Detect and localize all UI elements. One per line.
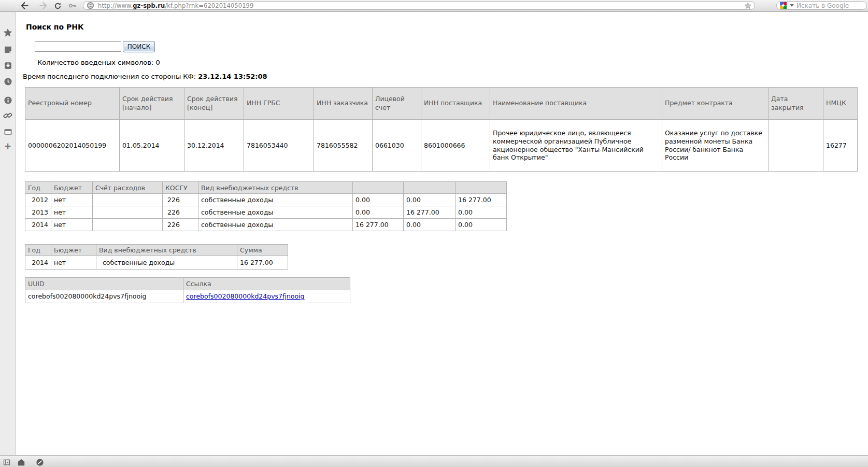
cell: 01.05.2014 — [120, 120, 184, 172]
search-button[interactable]: ПОИСК — [123, 41, 155, 52]
cell: 16 277.00 — [456, 194, 507, 206]
uuid-link[interactable]: corebofs002080000kd24pvs7fjnooig — [186, 292, 305, 300]
column-header: Срок действия [начало] — [120, 88, 184, 120]
column-header: Срок действия [конец] — [184, 88, 244, 120]
table-row: 2014нет226собственные доходы16 277.000.0… — [25, 219, 507, 231]
cell: 0.00 — [404, 219, 456, 231]
status-bar — [0, 455, 868, 467]
cell: нет — [51, 206, 93, 219]
browser-toolbar: http://www.gz-spb.ru/kf.php?rnk=62020140… — [0, 0, 868, 12]
info-icon — [4, 96, 12, 105]
key-button[interactable] — [67, 1, 78, 10]
status-circle-icon — [36, 458, 44, 466]
cell: 16277 — [823, 120, 858, 172]
column-header — [404, 182, 456, 194]
cell: corebofs002080000kd24pvs7fjnooig — [183, 290, 350, 303]
add-panel-button[interactable]: + — [3, 141, 12, 151]
cell: corebofs002080000kd24pvs7fjnooig — [25, 290, 183, 303]
column-header: Реестровый номер — [25, 88, 120, 120]
forward-button[interactable] — [38, 1, 48, 10]
column-header: Год — [25, 245, 51, 256]
column-header: Сумма — [237, 245, 288, 256]
panels-toggle-button[interactable] — [3, 458, 11, 466]
links-panel-button[interactable] — [3, 111, 12, 120]
cell: 7816053440 — [244, 120, 314, 172]
table-row: 000000620201405019901.05.201430.12.20147… — [25, 120, 858, 172]
column-header — [353, 182, 404, 194]
last-connection-value: 23.12.14 13:52:08 — [198, 73, 267, 80]
column-header: Вид внебюджетных средств — [198, 182, 353, 194]
cell: 0.00 — [353, 206, 404, 219]
column-header: Дата закрытия — [769, 88, 823, 120]
cell: собственные доходы — [198, 219, 353, 231]
column-header: Наименование поставщика — [490, 88, 662, 120]
notes-panel-button[interactable] — [3, 45, 12, 54]
panel-sidebar: + — [0, 12, 16, 455]
column-header: Вид внебюджетных средств — [96, 245, 237, 256]
contract-table: Реестровый номерСрок действия [начало]Ср… — [25, 87, 858, 172]
back-button[interactable] — [20, 1, 30, 10]
cell: собственные доходы — [198, 194, 353, 206]
downloads-icon — [4, 61, 12, 70]
forward-arrow-icon — [39, 2, 47, 10]
reload-icon — [54, 2, 62, 10]
bookmark-star-icon[interactable] — [744, 2, 751, 9]
cell: 2013 — [25, 206, 51, 219]
column-header: КОСГУ — [163, 182, 198, 194]
column-header: Год — [25, 182, 51, 194]
column-header: UUID — [25, 278, 183, 290]
column-header: Предмет контракта — [662, 88, 769, 120]
bookmarks-panel-button[interactable] — [3, 28, 12, 37]
search-engine-caret-icon[interactable] — [790, 4, 794, 7]
cell: 16 277.00 — [404, 206, 456, 219]
windows-panel-button[interactable] — [3, 127, 12, 136]
site-badge-globe-icon[interactable] — [87, 2, 94, 9]
table-row: 2013нет226собственные доходы0.0016 277.0… — [25, 206, 507, 219]
last-connection-label: Время последнего подключения со стороны … — [23, 73, 196, 80]
links-chain-icon — [3, 111, 12, 120]
history-clock-icon — [4, 77, 12, 86]
column-header: ИНН ГРБС — [244, 88, 314, 120]
cell: 0.00 — [456, 219, 507, 231]
bookmarks-star-icon — [3, 28, 12, 37]
address-bar[interactable]: http://www.gz-spb.ru/kf.php?rnk=62020140… — [83, 1, 755, 10]
cell: 7816055582 — [314, 120, 373, 172]
history-panel-button[interactable] — [3, 77, 12, 86]
sync-status-button[interactable] — [36, 458, 44, 466]
cell — [769, 120, 823, 172]
cell: Прочее юридическое лицо, являющееся комм… — [490, 120, 662, 172]
home-shield-icon — [17, 458, 25, 466]
cell: 226 — [163, 206, 198, 219]
url-prefix: http://www. — [98, 2, 133, 9]
plus-icon: + — [4, 142, 11, 151]
rnk-search-input[interactable] — [35, 41, 121, 52]
cell: нет — [51, 256, 96, 270]
cell: собственные доходы — [96, 256, 237, 270]
url-text: http://www.gz-spb.ru/kf.php?rnk=62020140… — [98, 2, 253, 9]
column-header: Бюджет — [51, 245, 96, 256]
home-status-button[interactable] — [17, 458, 25, 466]
downloads-panel-button[interactable] — [3, 61, 12, 70]
cell: 2012 — [25, 194, 51, 206]
table-row: corebofs002080000kd24pvs7fjnooigcorebofs… — [25, 290, 350, 303]
windows-icon — [4, 128, 12, 136]
column-header: Счёт расходов — [93, 182, 163, 194]
cell: 0000006202014050199 — [25, 120, 120, 172]
column-header: ИНН поставщика — [421, 88, 490, 120]
cell: нет — [51, 219, 93, 231]
reload-button[interactable] — [52, 1, 63, 10]
key-icon — [68, 2, 77, 10]
last-connection-line: Время последнего подключения со стороны … — [23, 73, 267, 80]
sum-table: ГодБюджетВид внебюджетных средствСумма20… — [25, 244, 288, 270]
cell — [93, 219, 163, 231]
search-bar[interactable]: Искать в Google — [776, 1, 867, 10]
cell: 8601000666 — [421, 120, 490, 172]
table-row: 2014нетсобственные доходы16 277.00 — [25, 256, 288, 270]
column-header — [456, 182, 507, 194]
notes-icon — [4, 45, 12, 54]
cell: 2014 — [25, 219, 51, 231]
cell: 0.00 — [456, 206, 507, 219]
cell: Оказание услуг по доставке разменной мон… — [662, 120, 769, 172]
info-panel-button[interactable] — [3, 95, 12, 105]
search-placeholder: Искать в Google — [796, 2, 849, 9]
